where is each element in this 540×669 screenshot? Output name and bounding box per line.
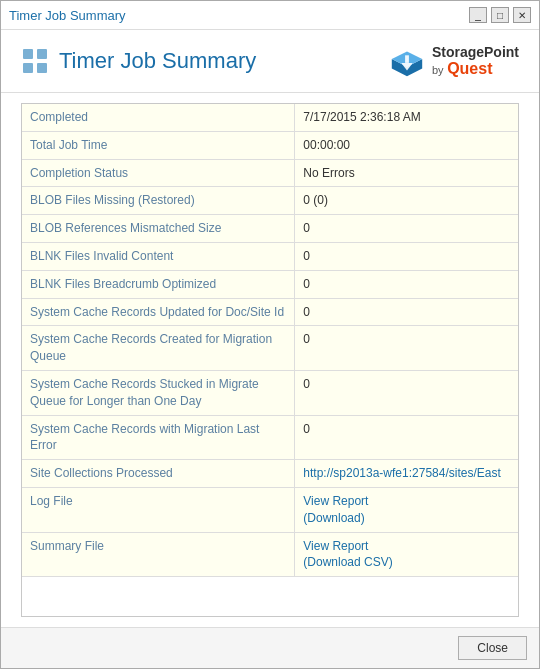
row-value: 7/17/2015 2:36:18 AM <box>295 104 518 131</box>
summary-table: Completed7/17/2015 2:36:18 AMTotal Job T… <box>22 104 518 577</box>
download-link[interactable]: (Download) <box>303 510 510 527</box>
table-wrapper[interactable]: Completed7/17/2015 2:36:18 AMTotal Job T… <box>21 103 519 617</box>
table-row: BLOB References Mismatched Size0 <box>22 215 518 243</box>
brand-by-quest: by Quest <box>432 60 519 78</box>
table-row: System Cache Records Updated for Doc/Sit… <box>22 298 518 326</box>
row-value: 0 <box>295 415 518 460</box>
brand-logo: StoragePoint by Quest <box>388 42 519 80</box>
row-value[interactable]: View Report(Download CSV) <box>295 532 518 577</box>
row-value: 00:00:00 <box>295 131 518 159</box>
row-value: 0 <box>295 215 518 243</box>
table-row: Summary FileView Report(Download CSV) <box>22 532 518 577</box>
row-label: BLNK Files Breadcrumb Optimized <box>22 270 295 298</box>
header: Timer Job Summary StoragePoint by <box>1 30 539 93</box>
title-bar: Timer Job Summary ⎯ □ ✕ <box>1 1 539 30</box>
row-value[interactable]: View Report(Download) <box>295 487 518 532</box>
row-label: Total Job Time <box>22 131 295 159</box>
row-label: System Cache Records Stucked in Migrate … <box>22 370 295 415</box>
svg-rect-3 <box>37 63 47 73</box>
brand-text: StoragePoint by Quest <box>432 45 519 78</box>
row-label: Completion Status <box>22 159 295 187</box>
window: Timer Job Summary ⎯ □ ✕ Timer Job Summar… <box>0 0 540 669</box>
table-row: System Cache Records Stucked in Migrate … <box>22 370 518 415</box>
svg-rect-2 <box>23 63 33 73</box>
storagepoint-icon <box>388 42 426 80</box>
row-label: System Cache Records Updated for Doc/Sit… <box>22 298 295 326</box>
row-label: Log File <box>22 487 295 532</box>
table-row: Completed7/17/2015 2:36:18 AM <box>22 104 518 131</box>
view-report-link[interactable]: http://sp2013a-wfe1:27584/sites/East <box>303 465 510 482</box>
close-button-title[interactable]: ✕ <box>513 7 531 23</box>
header-left: Timer Job Summary <box>21 47 256 75</box>
row-label: Completed <box>22 104 295 131</box>
close-button[interactable]: Close <box>458 636 527 660</box>
view-report-link[interactable]: View Report <box>303 538 510 555</box>
table-row: BLOB Files Missing (Restored)0 (0) <box>22 187 518 215</box>
footer: Close <box>1 627 539 668</box>
title-bar-controls: ⎯ □ ✕ <box>469 7 531 23</box>
row-label: System Cache Records with Migration Last… <box>22 415 295 460</box>
row-value[interactable]: http://sp2013a-wfe1:27584/sites/East <box>295 460 518 488</box>
maximize-button[interactable]: □ <box>491 7 509 23</box>
row-label: BLOB Files Missing (Restored) <box>22 187 295 215</box>
svg-rect-7 <box>405 55 409 63</box>
brand-name: StoragePoint <box>432 45 519 60</box>
table-row: System Cache Records with Migration Last… <box>22 415 518 460</box>
row-value: 0 (0) <box>295 187 518 215</box>
table-row: Total Job Time00:00:00 <box>22 131 518 159</box>
page-title: Timer Job Summary <box>59 48 256 74</box>
row-value: 0 <box>295 242 518 270</box>
view-report-link[interactable]: View Report <box>303 493 510 510</box>
svg-rect-0 <box>23 49 33 59</box>
table-row: BLNK Files Invalid Content0 <box>22 242 518 270</box>
row-value: No Errors <box>295 159 518 187</box>
minimize-button[interactable]: ⎯ <box>469 7 487 23</box>
row-label: Summary File <box>22 532 295 577</box>
row-value: 0 <box>295 298 518 326</box>
row-label: System Cache Records Created for Migrati… <box>22 326 295 371</box>
table-row: Completion StatusNo Errors <box>22 159 518 187</box>
row-value: 0 <box>295 370 518 415</box>
row-value: 0 <box>295 326 518 371</box>
row-label: Site Collections Processed <box>22 460 295 488</box>
row-label: BLOB References Mismatched Size <box>22 215 295 243</box>
row-label: BLNK Files Invalid Content <box>22 242 295 270</box>
table-row: System Cache Records Created for Migrati… <box>22 326 518 371</box>
svg-rect-1 <box>37 49 47 59</box>
download-link[interactable]: (Download CSV) <box>303 554 510 571</box>
table-row: Log FileView Report(Download) <box>22 487 518 532</box>
header-icon <box>21 47 49 75</box>
title-bar-text: Timer Job Summary <box>9 8 126 23</box>
table-row: BLNK Files Breadcrumb Optimized0 <box>22 270 518 298</box>
table-row: Site Collections Processedhttp://sp2013a… <box>22 460 518 488</box>
row-value: 0 <box>295 270 518 298</box>
content: Completed7/17/2015 2:36:18 AMTotal Job T… <box>1 93 539 627</box>
